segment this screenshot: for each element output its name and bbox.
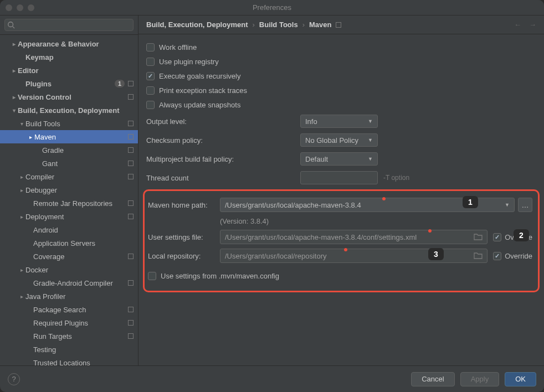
tree-item[interactable]: Coverage [0, 250, 138, 263]
folder-icon[interactable] [474, 251, 483, 261]
use-mvn-config-label: Use settings from .mvn/maven.config [161, 272, 279, 280]
override-repo-checkbox[interactable] [493, 252, 501, 260]
ok-button[interactable]: OK [505, 372, 536, 386]
tree-item[interactable]: ▸Maven [0, 130, 138, 143]
tree-item[interactable]: Android [0, 223, 138, 236]
override-label: Override [505, 252, 532, 260]
chevron-down-icon: ▼ [505, 202, 510, 208]
plugin-registry-checkbox[interactable] [146, 58, 155, 66]
execute-goals-label: Execute goals recursively [159, 72, 240, 80]
thread-hint: -T option [383, 174, 409, 182]
tree-item-label: Gant [42, 159, 58, 168]
tree-item[interactable]: Keymap [0, 50, 138, 64]
tree-item[interactable]: ▸Deployment [0, 210, 138, 223]
tree-item[interactable]: ▸Docker [0, 263, 138, 276]
window-title: Preferences [0, 3, 544, 12]
thread-count-label: Thread count [146, 174, 300, 182]
tree-item-label: Remote Jar Repositories [33, 199, 112, 208]
tree-item-label: Editor [18, 66, 39, 75]
chevron-down-icon: ▼ [368, 156, 373, 162]
chevron-icon: ▸ [18, 267, 25, 273]
nav-back-icon[interactable]: ← [514, 20, 521, 29]
tree-item[interactable]: ▾Build, Execution, Deployment [0, 104, 138, 117]
tree-item-label: Keymap [25, 53, 54, 61]
tree-item-label: Version Control [18, 93, 71, 101]
tree-item[interactable]: Required Plugins [0, 316, 138, 329]
chevron-down-icon: ▼ [368, 137, 373, 143]
search-input[interactable] [4, 19, 134, 31]
tree-item[interactable]: Application Servers [0, 236, 138, 250]
tree-item[interactable]: Package Search [0, 303, 138, 316]
project-scope-icon [128, 81, 134, 86]
tree-item[interactable]: Testing [0, 343, 138, 356]
always-update-checkbox[interactable] [146, 101, 155, 109]
tree-item[interactable]: ▸Compiler [0, 170, 138, 183]
footer: ? Cancel Apply OK [0, 365, 544, 392]
print-exception-checkbox[interactable] [146, 86, 155, 95]
execute-goals-checkbox[interactable] [146, 72, 155, 80]
tree-item-label: Build Tools [25, 120, 60, 128]
tree-item-label: Required Plugins [33, 319, 88, 327]
titlebar: Preferences [0, 0, 544, 16]
checksum-policy-select[interactable]: No Global Policy▼ [300, 133, 378, 147]
chevron-icon: ▸ [27, 134, 34, 140]
apply-button[interactable]: Apply [460, 372, 500, 386]
tree-item-label: Compiler [25, 173, 54, 181]
local-repo-label: Local repository: [148, 252, 220, 260]
tree-item[interactable]: ▸Appearance & Behavior [0, 37, 138, 50]
project-scope-icon [128, 174, 134, 179]
tree-item[interactable]: ▸Editor [0, 64, 138, 77]
folder-icon[interactable] [474, 233, 483, 242]
tree-item[interactable]: Trusted Locations [0, 356, 138, 365]
user-settings-input[interactable]: /Users/grant/usr/local/apache-maven-3.8.… [220, 230, 487, 244]
tree-item-label: Appearance & Behavior [18, 40, 99, 48]
crumb-3: Maven [309, 20, 331, 29]
tree-item-label: Deployment [25, 213, 64, 221]
project-scope-icon [128, 320, 134, 326]
maven-home-label: Maven home path: [148, 201, 220, 209]
project-scope-icon [128, 333, 134, 339]
tree-item[interactable]: Gant [0, 157, 138, 170]
tree-item-label: Docker [25, 266, 48, 274]
tree-item-label: Coverage [33, 252, 64, 261]
tree-item-label: Gradle [42, 146, 64, 154]
tree-item-label: Testing [33, 345, 56, 354]
tree-item-label: Application Servers [33, 239, 95, 247]
local-repo-input[interactable]: /Users/grant/usr/local/repository [220, 249, 487, 263]
browse-button[interactable]: … [518, 198, 532, 212]
override-settings-checkbox[interactable] [493, 233, 501, 241]
crumb-2[interactable]: Build Tools [259, 20, 298, 29]
output-level-select[interactable]: Info▼ [300, 115, 378, 128]
tree-item-label: Run Targets [33, 332, 72, 341]
tree-item-label: Java Profiler [25, 292, 65, 301]
help-button[interactable]: ? [8, 373, 20, 385]
cancel-button[interactable]: Cancel [411, 372, 454, 386]
nav-forward-icon[interactable]: → [529, 20, 536, 29]
tree-item[interactable]: ▸Version Control [0, 90, 138, 104]
output-level-label: Output level: [146, 117, 300, 126]
project-scope-icon [128, 94, 134, 100]
work-offline-label: Work offline [159, 43, 197, 51]
tree-item-label: Build, Execution, Deployment [18, 106, 119, 115]
tree-item[interactable]: ▾Build Tools [0, 117, 138, 130]
chevron-icon: ▾ [10, 107, 18, 114]
annotation-badge-2: 2 [514, 229, 529, 241]
project-scope-icon [128, 280, 134, 286]
work-offline-checkbox[interactable] [146, 43, 155, 51]
tree-item[interactable]: ▸Debugger [0, 183, 138, 197]
tree-item[interactable]: Gradle [0, 143, 138, 157]
tree-item[interactable]: Remote Jar Repositories [0, 197, 138, 210]
use-mvn-config-checkbox[interactable] [148, 272, 156, 280]
project-scope-icon [128, 254, 134, 259]
tree-item[interactable]: Plugins1 [0, 77, 138, 90]
tree-item[interactable]: ▸Java Profiler [0, 290, 138, 303]
tree-item[interactable]: Gradle-Android Compiler [0, 276, 138, 290]
multiproject-select[interactable]: Default▼ [300, 152, 378, 166]
thread-count-input[interactable] [300, 171, 378, 184]
checksum-policy-label: Checksum policy: [146, 136, 300, 145]
user-settings-label: User settings file: [148, 233, 220, 241]
tree-item[interactable]: Run Targets [0, 329, 138, 343]
crumb-1[interactable]: Build, Execution, Deployment [146, 20, 248, 29]
chevron-down-icon: ▼ [368, 118, 373, 124]
svg-line-1 [13, 27, 15, 29]
